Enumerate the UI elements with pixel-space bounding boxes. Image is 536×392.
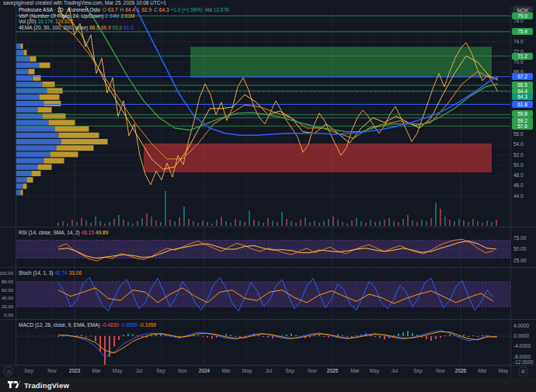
rsi-legend-row-value: 46.15 <box>82 230 94 235</box>
time-label-month: Jul <box>136 368 142 373</box>
tradingview-logo[interactable] <box>8 381 20 389</box>
price-tick: 48.0 <box>513 172 524 179</box>
settings-icon[interactable]: ⚙ <box>518 366 528 376</box>
footer-bar: TradingView <box>0 378 536 392</box>
stoch-tick: 40.00 <box>2 295 13 301</box>
macd-line <box>58 331 496 357</box>
ohlc-value: 64.3 <box>159 7 169 12</box>
price-level-badge: 67.2 <box>512 73 533 80</box>
ohlc-label: H <box>120 7 124 12</box>
indicator-legend-1-value: 119.61K <box>55 19 74 24</box>
price-tick: 44.0 <box>513 193 524 199</box>
indicator-legend-2-value: 61.0 <box>124 25 134 30</box>
tradingview-chart-window: savepiginvest created with TradingView.c… <box>0 0 536 392</box>
price-level-badge: 61.8 <box>512 101 533 108</box>
chart-canvas[interactable] <box>0 0 536 392</box>
indicator-legend-2-value: 65.8 <box>113 25 123 30</box>
time-label-month: Nov <box>178 368 187 373</box>
indicator-legend-2-value: 66.9 <box>101 25 111 30</box>
price-tick: 70.0 <box>513 59 524 65</box>
stoch-tick: 20.00 <box>2 304 13 310</box>
price-level-badge: 71.2 <box>512 53 533 60</box>
macd-tick: -4.0000 <box>513 343 531 349</box>
macd-legend-row-title: MACD (12, 26, close, 9, EMA, EMA) <box>19 322 100 328</box>
macd-tick: 0.0000 <box>513 333 529 339</box>
price-tick: 50.0 <box>513 162 524 168</box>
price-tick: 52.0 <box>513 152 524 158</box>
price-level-badge: 57.6 <box>512 123 533 130</box>
stoch-tick: 60.00 <box>2 287 13 293</box>
stoch-tick: 0.00 <box>4 312 13 318</box>
macd-tick: -12.0000 <box>513 359 534 366</box>
stoch-legend[interactable]: Stoch (14, 1, 3)42.7433.06 <box>19 270 82 276</box>
ohlc-value: 64.4 <box>125 7 135 12</box>
ohlc-value: 62.9 <box>141 7 151 12</box>
indicator-legend-2-title: 4EMA (20, 50, 100, 200, close) <box>19 25 88 30</box>
price-level-badge: 79.0 <box>512 12 533 19</box>
ohlc-label: L <box>137 7 141 12</box>
time-label-year: 2025 <box>327 368 338 373</box>
stoch-legend-row[interactable]: Stoch (14, 1, 3)42.7433.06 <box>19 270 82 276</box>
last-price-badge: 64.3 <box>512 93 533 100</box>
price-scale[interactable]: NOK 78.074.072.070.068.056.054.052.050.0… <box>510 0 536 378</box>
indicator-legend-0-value: 2.34M <box>105 13 119 19</box>
time-label-month: Sep <box>156 368 165 373</box>
indicator-legend-1-title: Vol (20) <box>19 19 36 24</box>
main-pane <box>16 1 510 227</box>
time-label-month: Sep <box>24 368 33 373</box>
macd-legend-row-value: -0.6589 <box>120 322 137 328</box>
symbol-title: Photocure ASA · 1D · Euronext Oslo <box>19 7 100 12</box>
time-label-month: Jul <box>392 368 398 373</box>
time-label-month: Mar <box>92 368 100 373</box>
time-label-month: May <box>370 368 379 373</box>
rsi-legend-row-value: 49.89 <box>96 230 108 235</box>
stoch-tick: 100.00 <box>0 270 13 276</box>
stoch-tick: 80.00 <box>2 279 13 285</box>
ohlc-value: 63.7 <box>108 7 118 12</box>
stoch-legend-row-title: Stoch (14, 1, 3) <box>19 270 53 276</box>
indicator-legend-1[interactable]: Vol (20)33.17K119.61K <box>19 19 229 25</box>
stoch-legend-row-value: 42.74 <box>54 270 67 276</box>
indicator-legend-0[interactable]: VbP (Number Of Rows, 24, Up/Down)2.34M2.… <box>19 13 229 19</box>
stoch-scale[interactable]: 100.0080.0060.0040.0020.000.00 <box>0 268 15 319</box>
time-label-month: Sep <box>285 368 294 373</box>
ohlc-value: +1.0 (+1.58%) <box>171 7 203 12</box>
macd-legend[interactable]: MACD (12, 26, close, 9, EMA, EMA)-0.4630… <box>19 322 156 328</box>
time-axis[interactable]: ◷ ⚙ SepNov2023MarMayJulSepNov2024MarMayJ… <box>0 366 536 378</box>
indicator-legend-1-value: 33.17K <box>37 19 54 24</box>
time-label-month: Sep <box>413 368 423 373</box>
time-label-month: May <box>499 368 508 373</box>
time-label-month: Nov <box>308 368 317 373</box>
clock-icon[interactable]: ◷ <box>3 366 13 376</box>
indicator-legend-2-value: 66.5 <box>89 25 99 30</box>
price-tick: 56.0 <box>513 131 524 137</box>
time-label-month: Mar <box>478 368 486 373</box>
rsi-legend-row[interactable]: RSI (14, close, SMA, 14, 2)46.1549.89 <box>19 230 108 236</box>
price-tick: 46.0 <box>513 182 524 189</box>
time-label-month: Nov <box>436 368 445 373</box>
rsi-legend[interactable]: RSI (14, close, SMA, 14, 2)46.1549.89 <box>19 230 108 236</box>
rsi-tick: 25.00 <box>513 258 526 264</box>
watermark: savepiginvest created with TradingView.c… <box>3 0 166 6</box>
time-label-month: May <box>242 368 252 373</box>
footer-brand[interactable]: TradingView <box>24 381 69 390</box>
ohlc-label: C <box>154 7 158 12</box>
legend-main: Photocure ASA · 1D · Euronext OsloO63.7H… <box>19 7 229 30</box>
rsi-tick: 75.00 <box>513 235 526 241</box>
time-label-month: Jul <box>266 368 272 373</box>
symbol-legend[interactable]: Photocure ASA · 1D · Euronext OsloO63.7H… <box>19 7 229 13</box>
indicator-legend-2[interactable]: 4EMA (20, 50, 100, 200, close)66.566.965… <box>19 25 229 31</box>
ohlc-label: O <box>103 7 106 12</box>
ohlc-value: 13.57K <box>214 7 230 12</box>
green-zone <box>190 47 492 78</box>
price-tick: 54.0 <box>513 141 524 147</box>
indicator-legend-0-title: VbP (Number Of Rows, 24, Up/Down) <box>19 13 103 19</box>
time-label-year: 2023 <box>69 368 80 373</box>
rsi-tick: 50.00 <box>513 246 526 252</box>
macd-legend-row[interactable]: MACD (12, 26, close, 9, EMA, EMA)-0.4630… <box>19 322 156 328</box>
macd-tick: 4.0000 <box>513 323 529 329</box>
macd-legend-row-value: -0.4630 <box>102 322 119 328</box>
time-label-month: Mar <box>221 368 230 373</box>
price-level-badge: 59.8 <box>512 110 533 117</box>
time-label-year: 2026 <box>455 368 466 373</box>
